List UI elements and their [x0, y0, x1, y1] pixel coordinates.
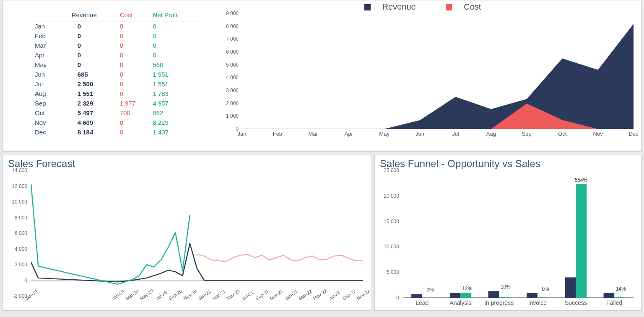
svg-rect-6	[450, 293, 461, 298]
svg-rect-13	[538, 297, 548, 298]
monthly-table: Revenue Cost Net Profit Jan000Feb000Mar0…	[3, 0, 213, 151]
area-legend: Revenue Cost	[221, 2, 634, 12]
svg-rect-3	[411, 294, 422, 298]
sales-forecast-title: Sales Forecast	[3, 155, 371, 170]
sales-forecast-chart: -2 00002 0004 0006 0008 00010 00012 0001…	[8, 170, 366, 309]
legend-cost: Cost	[464, 2, 481, 11]
svg-text:0%: 0%	[426, 287, 434, 293]
svg-rect-7	[460, 293, 471, 298]
svg-rect-10	[499, 297, 510, 298]
col-revenue: Revenue	[69, 10, 117, 21]
svg-rect-12	[527, 293, 538, 298]
col-cost: Cost	[117, 10, 151, 21]
table-row: Oct5 497700962	[32, 108, 200, 118]
table-row: Jan000	[32, 21, 200, 31]
svg-text:554%: 554%	[575, 177, 587, 183]
svg-text:10%: 10%	[501, 284, 511, 290]
revenue-cost-area-chart: 01 0002 0003 0004 0005 0006 0007 0008 00…	[221, 13, 634, 139]
sales-forecast-panel: Sales Forecast -2 00002 0004 0006 0008 0…	[3, 155, 371, 311]
svg-rect-9	[488, 291, 499, 298]
svg-rect-18	[603, 293, 614, 298]
table-row: Jul2 50001 551	[32, 79, 200, 89]
sales-funnel-title: Sales Funnel - Opportunity vs Sales	[375, 155, 641, 170]
svg-rect-16	[576, 184, 587, 298]
table-row: Aug1 55101 783	[32, 89, 200, 98]
revenue-cost-panel: Revenue Cost Net Profit Jan000Feb000Mar0…	[3, 0, 641, 152]
sales-funnel-panel: Sales Funnel - Opportunity vs Sales 05 0…	[374, 155, 641, 311]
sales-funnel-chart: 05 00010 00015 00020 00025 000 0%112%10%…	[380, 170, 636, 309]
svg-rect-19	[614, 297, 625, 298]
table-row: Apr000	[32, 50, 200, 60]
svg-text:112%: 112%	[460, 286, 472, 291]
legend-revenue: Revenue	[382, 2, 416, 11]
table-row: May00560	[32, 60, 200, 70]
table-row: Nov4 60908 229	[32, 118, 200, 127]
col-net: Net Profit	[150, 10, 200, 21]
svg-rect-15	[565, 277, 576, 298]
table-row: Jun68501 951	[32, 70, 200, 79]
svg-text:14%: 14%	[616, 286, 626, 292]
svg-text:0%: 0%	[542, 286, 549, 292]
table-row: Mar000	[32, 41, 200, 50]
table-row: Dec8 18401 407	[32, 127, 200, 137]
table-row: Feb000	[32, 31, 200, 41]
table-row: Sep2 3291 9774 957	[32, 98, 200, 108]
